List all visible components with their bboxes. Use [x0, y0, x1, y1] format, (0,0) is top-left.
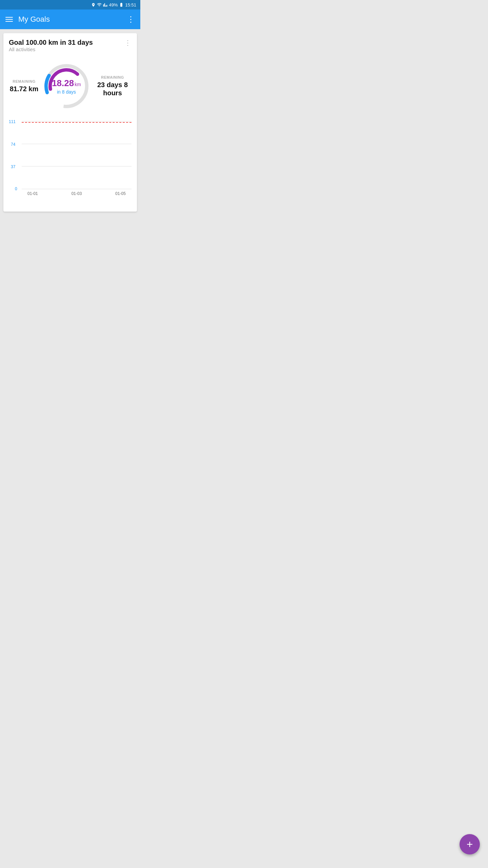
card-more-button[interactable]: ⋮ [124, 39, 131, 47]
goal-info: Goal 100.00 km in 31 days All activities [9, 39, 93, 58]
time-text: 15:51 [125, 2, 136, 7]
remaining-distance-label: REMAINING [9, 79, 39, 83]
y-label-0: 0 [15, 186, 17, 191]
app-title: My Goals [18, 15, 127, 24]
progress-gauge: 18.28km in 8 days [39, 59, 94, 113]
status-bar: 49% 15:51 [0, 0, 140, 9]
activity-chart: 111 74 37 0 [9, 121, 131, 206]
x-label-0104 [87, 191, 109, 196]
gauge-km-value: 18.28km [52, 78, 81, 88]
battery-text: 49% [109, 2, 118, 7]
y-label-74: 74 [11, 142, 15, 147]
y-label-111: 111 [9, 119, 16, 124]
location-icon [91, 3, 96, 7]
remaining-time-value: 23 days 8 hours [94, 81, 131, 97]
x-label-0103: 01-03 [66, 191, 88, 196]
card-header: Goal 100.00 km in 31 days All activities… [9, 39, 131, 58]
app-bar-more-button[interactable]: ⋮ [127, 15, 135, 24]
signal-icon [103, 3, 107, 7]
chart-area: 111 74 37 0 [22, 121, 131, 189]
y-label-37: 37 [11, 164, 15, 169]
status-icons: 49% 15:51 [91, 2, 136, 7]
gauge-days-value: in 8 days [52, 89, 81, 95]
x-label-0102 [44, 191, 66, 196]
gauge-center: 18.28km in 8 days [52, 78, 81, 95]
x-label-0105: 01-05 [109, 191, 131, 196]
goal-title: Goal 100.00 km in 31 days [9, 39, 93, 46]
wifi-icon [97, 2, 102, 7]
x-labels: 01-01 01-03 01-05 [22, 191, 131, 196]
remaining-time-label: REMAINING [94, 75, 131, 79]
app-bar: My Goals ⋮ [0, 9, 140, 29]
remaining-distance: REMAINING 81.72 km [9, 79, 39, 93]
remaining-time: REMAINING 23 days 8 hours [94, 75, 131, 97]
bars-container [22, 121, 131, 189]
goal-subtitle: All activities [9, 46, 93, 52]
progress-section: REMAINING 81.72 km 18.28km in 8 days R [9, 59, 131, 113]
x-label-0101: 01-01 [22, 191, 44, 196]
remaining-distance-value: 81.72 km [9, 85, 39, 93]
goal-card: Goal 100.00 km in 31 days All activities… [3, 33, 137, 212]
battery-icon [119, 2, 124, 7]
hamburger-menu-button[interactable] [5, 17, 13, 22]
